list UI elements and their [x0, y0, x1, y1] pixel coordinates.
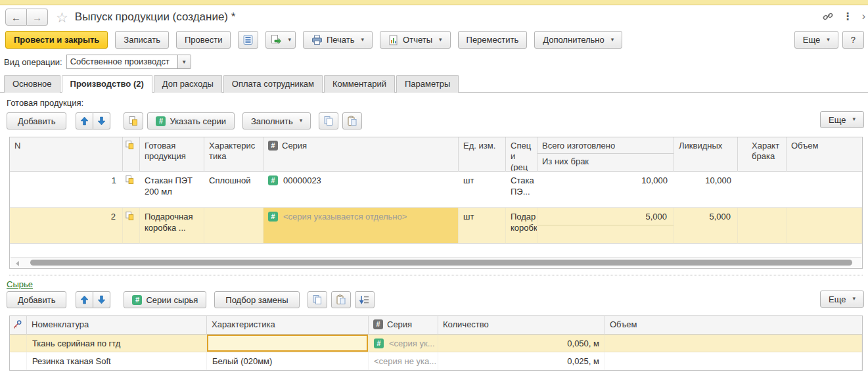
cell-spec[interactable]: Подар коробк — [506, 208, 537, 244]
series-value: 00000023 — [283, 175, 321, 187]
move-down-button[interactable] — [93, 291, 110, 308]
table-row[interactable]: Резинка тканая Soft Белый (020мм) <серия… — [10, 352, 862, 370]
app-top-strip — [0, 0, 868, 5]
cell-characteristic[interactable]: Белый (020мм) — [207, 352, 369, 370]
operation-value[interactable]: Собственное производст — [66, 55, 178, 69]
tab-parameters[interactable]: Параметры — [396, 75, 459, 93]
materials-table: Номенклатура Характеристика Серия Количе… — [9, 316, 863, 371]
tab-comment[interactable]: Комментарий — [324, 75, 395, 93]
materials-series-button[interactable]: Серии сырья — [124, 291, 206, 308]
cell-volume[interactable] — [605, 352, 862, 370]
table-row[interactable]: 1 Стакан ПЭТ 200 мл Сплошной 00000023 шт… — [10, 172, 862, 208]
tab-production[interactable]: Производство (2) — [62, 75, 152, 93]
link-icon[interactable] — [822, 11, 834, 22]
print-button[interactable]: Печать — [303, 31, 373, 49]
help-button[interactable]: ? — [842, 31, 864, 49]
move-up-button[interactable] — [76, 291, 93, 308]
materials-table-header: Номенклатура Характеристика Серия Количе… — [10, 316, 862, 335]
characteristics-button[interactable] — [124, 112, 143, 129]
post-button[interactable]: Провести — [176, 31, 231, 49]
copy-rows-button[interactable] — [308, 291, 327, 308]
cell-volume[interactable] — [787, 208, 862, 244]
main-toolbar: Провести и закрыть Записать Провести Печ… — [0, 29, 868, 51]
cell-product[interactable]: Стакан ПЭТ 200 мл — [140, 172, 204, 208]
cell-key[interactable] — [10, 352, 27, 370]
cell-total[interactable]: 10,000 — [537, 172, 674, 208]
move-down-button[interactable] — [93, 112, 110, 129]
cell-n[interactable]: 1 — [10, 172, 123, 208]
cell-unit[interactable]: шт — [459, 172, 506, 208]
paste-rows-button[interactable] — [342, 112, 362, 129]
back-button[interactable]: ← — [5, 9, 27, 26]
materials-section-link[interactable]: Сырье — [7, 279, 33, 289]
tab-main[interactable]: Основное — [4, 75, 60, 93]
operation-dropdown-button[interactable]: ▼ — [178, 55, 191, 69]
sort-order-button[interactable] — [355, 291, 375, 308]
cell-quantity[interactable]: 0,050, м — [438, 335, 605, 352]
cell-series[interactable]: <серия ук... — [369, 335, 438, 352]
specify-series-button[interactable]: Указать серии — [147, 112, 234, 129]
cell-characteristic[interactable] — [204, 208, 263, 244]
cell-characteristic-icon[interactable] — [123, 172, 140, 208]
create-based-on-button[interactable] — [265, 31, 296, 49]
products-toolbar: Добавить Указать серии Заполнить Еще — [0, 110, 868, 132]
menu-dots-icon[interactable]: ⋮ — [843, 11, 853, 22]
reports-icon — [388, 35, 399, 45]
cell-series-current[interactable]: <серия указывается отдельно> — [263, 208, 459, 244]
paste-rows-button[interactable] — [331, 291, 351, 308]
cell-narrow[interactable] — [738, 208, 748, 244]
products-add-button[interactable]: Добавить — [7, 112, 66, 129]
write-button[interactable]: Записать — [115, 31, 169, 49]
structure-button[interactable] — [238, 31, 258, 49]
products-more-button[interactable]: Еще — [820, 111, 864, 128]
scrollbar-thumb[interactable] — [30, 260, 852, 266]
horizontal-scrollbar[interactable] — [11, 257, 861, 268]
tab-staff-payment[interactable]: Оплата сотрудникам — [223, 75, 323, 93]
post-and-close-button[interactable]: Провести и закрыть — [5, 31, 108, 49]
cell-characteristic[interactable]: Сплошной — [204, 172, 263, 208]
cell-characteristic-input[interactable] — [207, 335, 369, 352]
scroll-left-icon[interactable] — [16, 261, 19, 266]
cell-narrow[interactable] — [738, 172, 747, 208]
move-button[interactable]: Переместить — [458, 31, 528, 49]
fill-button[interactable]: Заполнить — [242, 112, 311, 129]
cell-characteristic-icon[interactable] — [123, 208, 140, 244]
cell-name[interactable]: Резинка тканая Soft — [27, 352, 207, 370]
cell-spec[interactable]: Стака ПЭ... — [506, 172, 537, 208]
cell-total[interactable]: 5,000 — [537, 208, 674, 244]
printer-icon — [311, 35, 323, 45]
more-button[interactable]: Еще — [794, 31, 838, 49]
paste-icon — [347, 116, 357, 126]
table-row-selected[interactable]: Ткань серийная по гтд <серия ук... 0,050… — [10, 335, 862, 352]
arrow-up-icon — [80, 295, 89, 304]
materials-more-button[interactable]: Еще — [820, 291, 864, 308]
favorite-star-icon[interactable]: ☆ — [56, 11, 68, 24]
materials-add-button[interactable]: Добавить — [7, 291, 66, 308]
cell-series[interactable]: <серия не ука... — [369, 352, 438, 370]
cell-defect-char[interactable] — [747, 208, 787, 244]
forward-button[interactable]: → — [27, 9, 48, 26]
cell-series[interactable]: 00000023 — [263, 172, 459, 208]
reports-button[interactable]: Отчеты — [380, 31, 450, 49]
products-table: N Готовая продукция Характеристика Серия… — [9, 137, 863, 269]
cell-unit[interactable]: шт — [459, 208, 506, 244]
move-row-buttons — [76, 112, 110, 129]
cell-liquid[interactable]: 10,000 — [674, 172, 738, 208]
tab-extra-costs[interactable]: Доп расходы — [154, 75, 222, 93]
cell-key[interactable] — [10, 335, 27, 352]
cell-quantity[interactable]: 0,025, м — [438, 352, 605, 370]
cell-liquid[interactable]: 5,000 — [674, 208, 738, 244]
cell-name[interactable]: Ткань серийная по гтд — [27, 335, 207, 352]
additional-button[interactable]: Дополнительно — [534, 31, 622, 49]
substitution-button[interactable]: Подбор замены — [214, 291, 299, 308]
copy-rows-button[interactable] — [319, 112, 338, 129]
cell-product[interactable]: Подарочная коробка ... — [140, 208, 204, 244]
table-row-selected[interactable]: 2 Подарочная коробка ... <серия указывае… — [10, 208, 862, 244]
move-up-button[interactable] — [76, 112, 93, 129]
cell-volume[interactable] — [605, 335, 862, 352]
overflow-chevron-icon[interactable]: › — [862, 11, 865, 22]
cell-volume[interactable] — [787, 172, 862, 208]
cell-defect-char[interactable] — [747, 172, 787, 208]
forward-icon: → — [32, 12, 42, 23]
cell-n[interactable]: 2 — [10, 208, 123, 244]
